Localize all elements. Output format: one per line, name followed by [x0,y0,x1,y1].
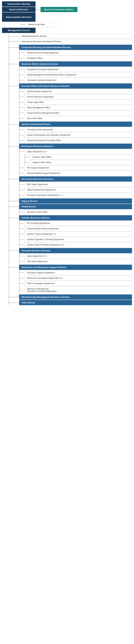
h-connector-40 [19,239,24,240]
solution-product-box: Solution Product Department 1-2 [24,232,132,236]
board-directors-box: Board of Directors [2,7,36,12]
financial-biz-box: Financial Business Division [19,248,132,253]
manufacturing-box: Manufacturing Management Business Divisi… [19,294,132,300]
financial-corp-box: Financial Corporations Department 1 - 2 [24,193,132,198]
h-connector-3 [9,36,19,36]
fukuoka-box: Fukuoka Sales Office [30,154,132,160]
h-connector-6 [19,53,24,53]
h-connector-31 [19,190,24,190]
business-reform-box: Business Reform Systems Division [19,61,132,66]
general-affairs-div-box: Genenal Affairs and Human Resource Divis… [19,84,132,88]
h-connector-25 [25,157,30,157]
h-connector-19 [9,124,19,124]
h-connector-33 [9,201,19,201]
solution-biz-box: Solution Business Division [19,215,132,220]
h-connector-26 [25,162,30,162]
group-legal-box: Group Legal Office [24,100,132,105]
h-connector-29 [9,179,19,179]
h-connector-48 [19,283,24,284]
sapporo-box: Sapporo Sales Office [30,160,132,165]
h-connector-5 [9,47,19,48]
financial-market-box: Financial Market Support Department [24,171,132,176]
disclosure-consultation-box: Disclosure Consultation Department 1-3 [24,276,132,281]
h-connector-51 [9,302,19,303]
toda-box: Toda Factory [19,300,132,305]
quality-box: Quality Management and Business Reform D… [24,72,132,77]
h-connector-43 [19,256,24,256]
ebisu-mgmt-box: Ebisu Management Office [24,105,132,110]
fds-sales-box: FDS Sales Department [24,259,132,264]
ifrs-consultation-box: IFRS Consultation Department [24,281,132,286]
h-connector-32 [19,195,24,196]
h-connector-14 [19,97,24,97]
h-connector-15 [19,102,24,102]
president-box: President's Office [24,56,132,61]
hiroshima-box: Hiroshima Sales Office [24,210,132,214]
h-connector-49 [19,290,24,290]
h-connector-39 [19,234,24,234]
nagoya-box: Nagoya Branch [19,198,132,204]
h-connector-12 [9,86,19,86]
h-connector-7 [19,58,24,58]
corp-planning-box: Corporate Planning and Administrative Di… [19,45,132,50]
marketing-box: Marketing Business Division [19,34,132,39]
system-dev-box: System Development and Operation Departm… [24,132,132,138]
internal-audit-box: Internal Audit office [25,22,59,27]
h-connector-11 [19,80,24,80]
h-connector-21 [19,135,24,135]
disclosure-edu-box: Disclosure and Education Support Divisio… [19,265,132,270]
solution-operation-box: Solution Operation / Planning Department [24,237,132,242]
h-connector-30 [19,184,24,184]
general-affairs-dept-box: Genenal Affairs Department [24,89,132,94]
h-connector-23 [9,146,19,146]
h-connector-4 [9,41,19,42]
h-connector-44 [19,261,24,262]
h-connector-24 [19,152,24,152]
osaka-box: Osaka Branch [19,204,132,209]
h-connector-35 [19,212,24,212]
communication-design-box: Communication Design Department [24,226,132,231]
ipo-support-box: IPO Support Department [24,165,132,170]
disclosure-biz2-box: Disclosure Business Division 2 [19,176,132,182]
h-connector-16 [19,108,24,108]
h-connector-13 [19,91,24,92]
h-connector-8 [9,64,19,64]
h-connector-2 [20,24,25,25]
h-connector-28 [19,173,24,173]
consulting-sales-box: Consulting Sales Department [24,127,132,132]
sales-dev-box: Sales Development Department [24,187,132,192]
h-connector-47 [19,278,24,278]
group-business-box: Group Business Management Office [24,110,132,116]
h-connector-17 [19,113,24,113]
bpo-sales-box: BPO Sales Department [24,182,132,187]
board-auditors-box: Board of Corporate Auditors [41,7,77,12]
h-connector-42 [9,250,19,251]
disclosure-biz1-box: Disclosure Business Division 1 [19,144,132,149]
sales-1-5-box: Sales Department 1-5 [24,254,132,258]
ebisu-web-box: Ebisu Web Office [24,116,132,121]
info-systems-box: Information Systems Department [24,78,132,83]
h-connector-37 [19,223,24,224]
h-connector-45 [9,267,19,268]
compliance-box: Compliance Promotion Department [24,67,132,72]
h-connector-10 [19,75,24,75]
electronic-disclosure-box: Electronic Disclosure Promotion Office [24,138,132,143]
h-connector-20 [19,130,24,130]
system-consulting-box: System Consulting Division [19,122,132,127]
h-connector-18 [19,118,24,118]
h-connector-38 [19,228,24,229]
disclosure-planning-box: Disclosure Planning and Operation Promot… [24,286,132,294]
h-connector-1 [36,10,41,10]
h-connector-34 [9,206,19,207]
shareholders-box: Shareholders Meeting [2,1,36,6]
h-connector-36 [9,218,19,218]
h-connector-46 [19,272,24,273]
org-chart: Shareholders Meeting Board of Directors … [0,0,134,307]
finance-box: Finance and Accounting Departmen [24,50,132,55]
h-connector-22 [19,140,24,140]
human-resource-box: Human Resource Department [24,94,132,99]
h-connector-27 [19,168,24,168]
h-connector-41 [19,245,24,245]
education-support-box: Education Support Department [24,270,132,275]
management-box: Management Council [2,28,36,33]
